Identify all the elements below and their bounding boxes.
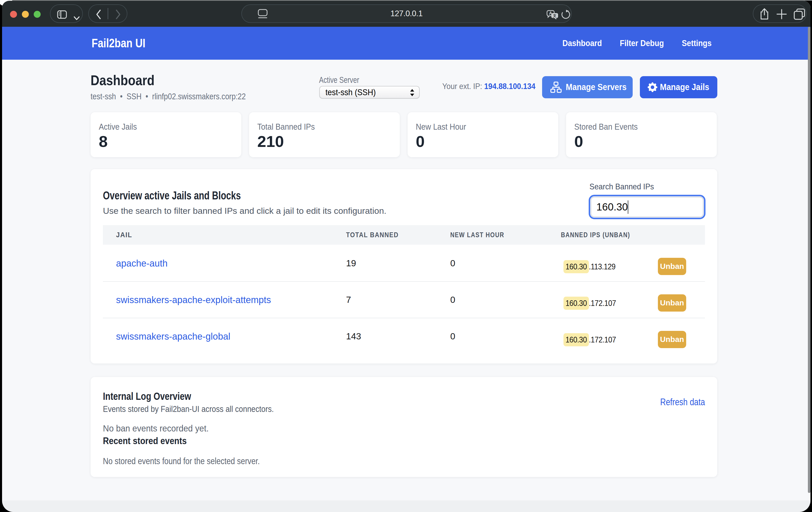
svg-text:文: 文: [553, 13, 556, 18]
